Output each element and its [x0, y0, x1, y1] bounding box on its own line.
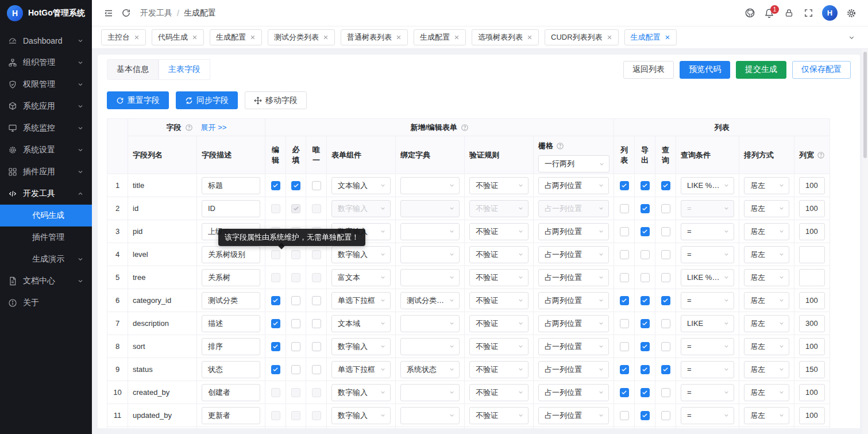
validate-rule-select[interactable]: 不验证: [469, 384, 528, 401]
help-icon[interactable]: [461, 124, 469, 132]
dict-select[interactable]: [400, 315, 460, 332]
form-component-select[interactable]: 文本域: [331, 315, 391, 332]
export-checkbox[interactable]: [641, 342, 650, 351]
query-condition-select[interactable]: LIKE %...%: [681, 177, 734, 194]
required-checkbox[interactable]: [291, 296, 300, 305]
sidebar-item-system-monitor[interactable]: 系统监控: [0, 117, 92, 139]
form-component-select[interactable]: 富文本: [331, 269, 391, 286]
sidebar-item-devtools[interactable]: 开发工具: [0, 183, 92, 205]
tab-close-icon[interactable]: [396, 34, 402, 40]
validate-rule-select[interactable]: 不验证: [469, 315, 528, 332]
export-checkbox[interactable]: [641, 411, 650, 420]
grid-span-select[interactable]: 占一列位置: [538, 246, 609, 263]
field-desc-input[interactable]: 描述: [202, 315, 260, 332]
query-condition-select[interactable]: =: [681, 338, 734, 355]
list-checkbox[interactable]: [620, 204, 629, 213]
validate-rule-select[interactable]: 不验证: [469, 269, 528, 286]
field-desc-input[interactable]: 关系树级别: [202, 246, 260, 263]
column-width-input[interactable]: 300: [799, 315, 825, 332]
opened-tab[interactable]: 代码生成: [152, 29, 204, 45]
unique-checkbox[interactable]: [312, 342, 321, 351]
form-component-select[interactable]: 单选下拉框: [331, 292, 391, 309]
grid-span-select[interactable]: 占两列位置: [538, 315, 609, 332]
unique-checkbox[interactable]: [312, 181, 321, 190]
scrollbar-thumb[interactable]: [863, 52, 867, 158]
column-width-input[interactable]: 100: [799, 177, 825, 194]
validate-rule-select[interactable]: 不验证: [469, 246, 528, 263]
form-component-select[interactable]: 单选下拉框: [331, 361, 391, 378]
grid-span-select[interactable]: 占一列位置: [538, 407, 609, 424]
column-width-input[interactable]: [799, 246, 825, 263]
edit-checkbox[interactable]: [271, 273, 280, 282]
unique-checkbox[interactable]: [312, 250, 321, 259]
column-width-input[interactable]: 100: [799, 223, 825, 240]
grid-span-select[interactable]: 占一列位置: [538, 361, 609, 378]
unique-checkbox[interactable]: [312, 204, 321, 213]
submit-generate-button[interactable]: 提交生成: [736, 61, 786, 79]
list-checkbox[interactable]: [620, 319, 629, 328]
query-checkbox[interactable]: [661, 296, 670, 305]
required-checkbox[interactable]: [291, 411, 300, 420]
align-select[interactable]: 居左: [744, 200, 789, 217]
dict-select[interactable]: [400, 269, 460, 286]
query-checkbox[interactable]: [661, 250, 670, 259]
sidebar-item-docs[interactable]: 文档中心: [0, 270, 92, 292]
export-checkbox[interactable]: [641, 388, 650, 397]
edit-checkbox[interactable]: [271, 204, 280, 213]
list-checkbox[interactable]: [620, 227, 629, 236]
grid-span-select[interactable]: 占两列位置: [538, 292, 609, 309]
export-checkbox[interactable]: [641, 296, 650, 305]
opened-tab[interactable]: 测试分类列表: [268, 29, 335, 45]
validate-rule-select[interactable]: 不验证: [469, 292, 528, 309]
save-config-only-button[interactable]: 仅保存配置: [792, 61, 851, 79]
dict-select[interactable]: [400, 246, 460, 263]
required-checkbox[interactable]: [291, 365, 300, 374]
dict-select[interactable]: [400, 384, 460, 401]
required-checkbox[interactable]: [291, 388, 300, 397]
grid-span-select[interactable]: 占两列位置: [538, 177, 609, 194]
grid-layout-select[interactable]: 一行两列: [538, 155, 609, 172]
validate-rule-select[interactable]: 不验证: [469, 407, 528, 424]
export-checkbox[interactable]: [641, 273, 650, 282]
sync-fields-button[interactable]: 同步字段: [176, 91, 238, 109]
align-select[interactable]: 居左: [744, 223, 789, 240]
unique-checkbox[interactable]: [312, 273, 321, 282]
list-checkbox[interactable]: [620, 365, 629, 374]
align-select[interactable]: 居左: [744, 361, 789, 378]
opened-tab[interactable]: 生成配置: [210, 29, 262, 45]
required-checkbox[interactable]: [291, 250, 300, 259]
form-component-select[interactable]: 数字输入: [331, 407, 391, 424]
list-checkbox[interactable]: [620, 388, 629, 397]
required-checkbox[interactable]: [291, 181, 300, 190]
sidebar-item-org[interactable]: 组织管理: [0, 52, 92, 74]
export-checkbox[interactable]: [641, 227, 650, 236]
form-component-select[interactable]: 数字输入: [331, 200, 391, 217]
unique-checkbox[interactable]: [312, 319, 321, 328]
field-desc-input[interactable]: 关系树: [202, 269, 260, 286]
field-desc-input[interactable]: 状态: [202, 361, 260, 378]
edit-checkbox[interactable]: [271, 296, 280, 305]
column-width-input[interactable]: 150: [799, 361, 825, 378]
opened-tab[interactable]: 生成配置: [414, 29, 466, 45]
column-width-input[interactable]: 100: [799, 292, 825, 309]
query-checkbox[interactable]: [661, 411, 670, 420]
grid-span-select[interactable]: 占两列位置: [538, 223, 609, 240]
collapse-sidebar-button[interactable]: [100, 5, 117, 22]
query-condition-select[interactable]: =: [681, 223, 734, 240]
tab-close-icon[interactable]: [323, 34, 329, 40]
unique-checkbox[interactable]: [312, 388, 321, 397]
reset-fields-button[interactable]: 重置字段: [107, 91, 169, 109]
export-checkbox[interactable]: [641, 204, 650, 213]
list-checkbox[interactable]: [620, 342, 629, 351]
tab-close-icon[interactable]: [607, 34, 612, 40]
user-avatar[interactable]: H: [822, 5, 838, 21]
dict-select[interactable]: [400, 177, 460, 194]
sidebar-item-codegen[interactable]: 代码生成: [0, 205, 92, 226]
lock-screen-button[interactable]: [780, 5, 797, 22]
column-width-input[interactable]: 100: [799, 407, 825, 424]
help-icon[interactable]: [817, 151, 825, 159]
edit-checkbox[interactable]: [271, 388, 280, 397]
validate-rule-select[interactable]: 不验证: [469, 200, 528, 217]
edit-checkbox[interactable]: [271, 319, 280, 328]
tabs-dropdown-button[interactable]: [844, 30, 859, 45]
